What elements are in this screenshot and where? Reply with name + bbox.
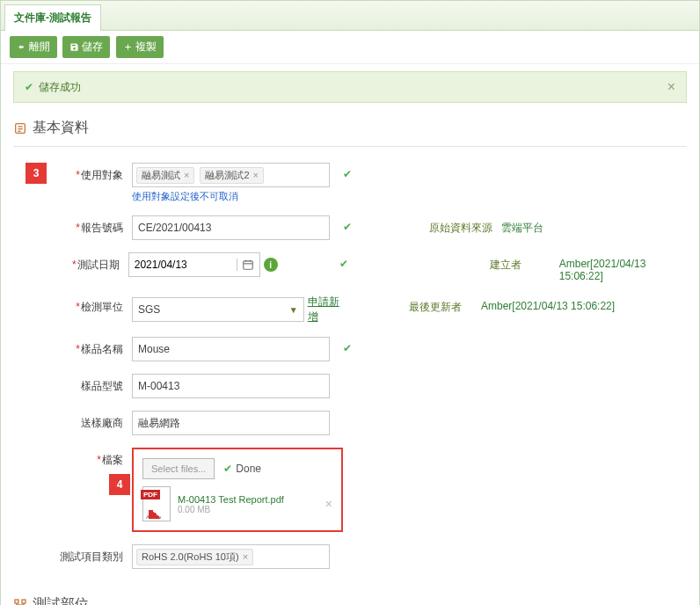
callout-4: 4	[109, 474, 130, 495]
pdf-icon: Adobe	[142, 486, 171, 521]
page-tab[interactable]: 文件庫-測試報告	[4, 4, 101, 31]
testdate-input[interactable]	[129, 259, 237, 271]
testunit-select[interactable]: SGS ▼	[132, 297, 304, 322]
vendor-input[interactable]	[132, 411, 330, 435]
label-target: 使用對象	[40, 163, 132, 183]
content-area: ✔ 儲存成功 × 基本資料 3 使用對象 融易測試 ×	[1, 64, 699, 605]
action-toolbar: 離開 儲存 複製	[1, 31, 699, 64]
row-testdate: 測試日期 i ✔ 建立者 Amber[2021/04/13 15:06:22]	[40, 252, 687, 282]
section-basic-title: 基本資料	[33, 119, 89, 137]
leave-icon	[17, 42, 26, 52]
meta-source-value: 雲端平台	[501, 215, 543, 236]
upload-done: ✔ Done	[223, 463, 261, 475]
check-icon: ✔	[25, 81, 33, 93]
calendar-button[interactable]	[237, 259, 259, 271]
label-reportno: 報告號碼	[40, 215, 132, 236]
row-file: 檔案 4 Select files... ✔ Done Adobe	[40, 448, 687, 532]
target-multiselect[interactable]: 融易測試 × 融易測試2 ×	[132, 163, 330, 187]
testunit-value: SGS	[138, 303, 160, 316]
success-alert: ✔ 儲存成功 ×	[13, 71, 687, 103]
row-category: 測試項目類別 RoHS 2.0(RoHS 10項) ×	[40, 544, 687, 569]
copy-label: 複製	[135, 40, 157, 55]
select-files-button[interactable]: Select files...	[142, 458, 215, 479]
alert-message: 儲存成功	[39, 80, 81, 95]
label-category: 測試項目類別	[40, 544, 132, 565]
meta-source-label: 原始資料來源	[429, 215, 501, 236]
page-container: 文件庫-測試報告 離開 儲存 複製 ✔ 儲存成功 × 基本資料	[0, 0, 700, 605]
alert-close-button[interactable]: ×	[667, 79, 675, 95]
meta-creator-value: Amber[2021/04/13 15:06:22]	[559, 252, 687, 282]
label-testunit: 檢測單位	[40, 295, 132, 315]
save-icon	[69, 42, 79, 52]
label-model: 樣品型號	[40, 374, 132, 394]
leave-label: 離開	[29, 40, 50, 55]
tree-icon	[13, 598, 27, 606]
row-model: 樣品型號	[40, 374, 687, 398]
copy-button[interactable]: 複製	[116, 36, 164, 58]
file-remove-button[interactable]: ×	[325, 497, 332, 511]
info-icon[interactable]: i	[264, 258, 278, 272]
caret-down-icon: ▼	[289, 305, 298, 315]
target-hint: 使用對象設定後不可取消	[132, 190, 343, 203]
model-input[interactable]	[132, 374, 330, 398]
file-size: 0.00 MB	[178, 505, 318, 514]
done-check-icon: ✔	[223, 463, 232, 475]
row-vendor: 送樣廠商	[40, 411, 687, 435]
basic-form: 3 使用對象 融易測試 × 融易測試2 × 使用對象設定後不可取消	[13, 163, 687, 569]
category-multiselect[interactable]: RoHS 2.0(RoHS 10項) ×	[132, 544, 330, 569]
target-tag-1[interactable]: 融易測試 ×	[136, 167, 194, 184]
category-tag[interactable]: RoHS 2.0(RoHS 10項) ×	[136, 549, 253, 565]
label-file: 檔案	[40, 448, 132, 468]
row-reportno: 報告號碼 ✔ 原始資料來源 雲端平台	[40, 215, 687, 240]
row-sample: 樣品名稱 ✔	[40, 337, 687, 361]
file-item: Adobe M-00413 Test Report.pdf 0.00 MB ×	[142, 486, 332, 521]
calendar-icon	[242, 259, 254, 271]
file-name-link[interactable]: M-00413 Test Report.pdf	[178, 494, 318, 505]
label-testdate: 測試日期	[40, 252, 128, 273]
page-header: 文件庫-測試報告	[1, 1, 699, 31]
meta-updater-label: 最後更新者	[409, 295, 481, 315]
section-basic-header: 基本資料	[13, 113, 687, 147]
meta-creator-label: 建立者	[490, 252, 558, 273]
section-part-title: 測試部位	[33, 595, 89, 605]
label-vendor: 送樣廠商	[40, 411, 132, 431]
svg-rect-4	[244, 261, 253, 269]
tag1-remove-icon[interactable]: ×	[184, 170, 189, 180]
meta-updater-value: Amber[2021/04/13 15:06:22]	[481, 295, 615, 312]
plus-icon	[123, 42, 133, 52]
save-label: 儲存	[82, 40, 103, 55]
leave-button[interactable]: 離開	[10, 36, 57, 58]
done-text: Done	[236, 463, 261, 475]
category-tag-text: RoHS 2.0(RoHS 10項)	[142, 550, 239, 564]
testunit-apply-link[interactable]: 申請新增	[308, 295, 344, 324]
target-tag-2[interactable]: 融易測試2 ×	[200, 167, 264, 184]
tag2-remove-icon[interactable]: ×	[253, 170, 259, 180]
reportno-input[interactable]	[132, 215, 330, 240]
callout-3: 3	[26, 163, 47, 184]
target-valid-icon: ✔	[343, 168, 352, 180]
testdate-input-wrap[interactable]	[128, 252, 260, 277]
reportno-valid-icon: ✔	[343, 221, 352, 233]
sample-input[interactable]	[132, 337, 330, 361]
svg-rect-9	[22, 600, 26, 603]
list-icon	[13, 121, 27, 135]
row-target: 使用對象 融易測試 × 融易測試2 × 使用對象設定後不可取消 ✔	[40, 163, 687, 203]
tag1-text: 融易測試	[142, 169, 180, 182]
testdate-valid-icon: ✔	[339, 258, 348, 270]
file-upload-block: 4 Select files... ✔ Done Adobe M-00413 T	[132, 448, 343, 532]
save-button[interactable]: 儲存	[62, 36, 110, 58]
svg-rect-8	[15, 600, 18, 603]
section-part-header: 測試部位	[13, 590, 687, 605]
page-tab-link[interactable]: 文件庫-測試報告	[5, 5, 100, 31]
sample-valid-icon: ✔	[343, 342, 352, 354]
label-sample: 樣品名稱	[40, 337, 132, 357]
tag2-text: 融易測試2	[205, 169, 249, 182]
row-testunit: 檢測單位 SGS ▼ 申請新增 最後更新者 Amber[2021/04/13 1…	[40, 295, 687, 324]
category-tag-remove-icon[interactable]: ×	[243, 551, 248, 562]
